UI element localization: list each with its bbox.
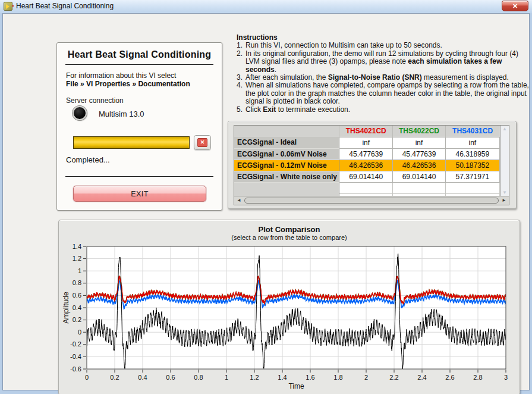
close-button[interactable]: ✕ [502,1,528,11]
vertical-scrollbar[interactable]: ▲ ▼ [500,126,509,196]
instruction-item: 3.After each simulation, the Signal-to-N… [237,74,531,82]
window-title: Heart Beat Signal Conditioning [16,0,114,12]
snr-value-cell[interactable]: 46.426536 [339,160,393,171]
titlebar[interactable]: Heart Beat Signal Conditioning ✕ [0,0,532,13]
table-corner-cell [234,126,339,137]
labview-vi-icon [4,2,12,11]
svg-text:1.2: 1.2 [73,255,81,262]
horizontal-scrollbar-thumb[interactable] [244,198,499,204]
server-name: Multisim 13.0 [99,110,144,118]
svg-text:Amplitude: Amplitude [62,292,70,324]
scroll-up-icon[interactable]: ▲ [500,126,509,132]
svg-text:1: 1 [225,374,228,381]
column-header-ths4021cd[interactable]: THS4021CD [339,126,393,137]
snr-table-grid: THS4021CDTHS4022CDTHS4031CDECGSignal - I… [234,126,500,196]
snr-value-cell[interactable]: 50.187352 [445,160,499,171]
instruction-text: After each simulation, the Signal-to-Noi… [245,74,531,82]
divider [65,64,213,65]
svg-text:0.6: 0.6 [73,292,81,299]
svg-text:Time: Time [288,382,304,390]
instruction-number: 1. [237,42,245,49]
snr-value-cell[interactable]: inf [339,137,393,148]
snr-plot[interactable]: -0.6-0.4-0.200.20.40.60.811.21.400.20.40… [59,243,520,393]
instructions-list: 1.Run this VI, connection to Multisim ca… [237,42,531,114]
exit-button[interactable]: EXIT [73,186,206,202]
snr-value-cell[interactable]: 46.318959 [445,148,499,160]
progress-bar [73,136,190,149]
column-header-ths4031cd[interactable]: THS4031CD [445,126,499,137]
instruction-item: 4.When all simulations have completed, c… [237,82,531,105]
svg-text:1.6: 1.6 [306,374,314,381]
table-row[interactable]: ECGSignal - Idealinfinfinf [234,137,500,148]
snr-value-cell[interactable]: inf [445,137,499,148]
instruction-item: 5.Click Exit to terminate execution. [237,106,531,114]
progress-bar-fill [74,137,189,148]
plot-subtitle: (select a row from the table to compare) [59,234,520,241]
instruction-number: 5. [237,106,245,114]
svg-text:2.6: 2.6 [445,374,454,381]
horizontal-scrollbar[interactable]: ◄ ► [234,196,509,205]
server-connection-led [73,106,87,120]
status-text: Completed... [66,155,110,164]
abort-x-icon: ✕ [197,138,207,147]
svg-text:0.8: 0.8 [73,279,81,286]
scroll-right-icon[interactable]: ► [500,196,508,205]
svg-text:2.8: 2.8 [473,374,482,381]
table-row[interactable]: ECGSignal - 0.06mV Noise45.47763945.4776… [234,148,500,160]
row-label[interactable]: ECGSignal - 0.12mV Noise [234,160,339,171]
svg-text:1.4: 1.4 [73,243,81,250]
column-header-ths4022cd[interactable]: THS4022CD [393,126,445,137]
snr-value-cell[interactable]: 46.426536 [393,160,445,171]
svg-text:-0.4: -0.4 [70,353,81,360]
plot-title: Plot Comparison [59,225,520,234]
instruction-text: When all simulations have completed, com… [245,82,531,105]
svg-text:0: 0 [85,374,89,381]
snr-value-cell[interactable]: 69.014140 [393,171,445,182]
instruction-item: 1.Run this VI, connection to Multisim ca… [237,42,531,49]
instruction-number: 3. [237,74,245,82]
plot-panel: Plot Comparison (select a row from the t… [58,220,520,394]
instructions: Instructions 1.Run this VI, connection t… [237,34,531,114]
snr-value-cell[interactable]: inf [393,137,445,148]
instruction-text: In its original configuration, the demo … [245,50,531,74]
snr-table-element: THS4021CDTHS4022CDTHS4031CDECGSignal - I… [234,126,500,196]
snr-value-cell[interactable]: 45.477639 [339,148,393,160]
svg-text:1.4: 1.4 [278,374,287,381]
svg-text:-0.6: -0.6 [70,365,81,373]
server-connection-label: Server connection [66,96,124,105]
row-label[interactable]: ECGSignal - 0.06mV Noise [234,148,339,160]
svg-text:3: 3 [504,374,508,381]
instruction-text: Click Exit to terminate execution. [245,106,531,114]
table-row[interactable]: ECGSignal - 0.12mV Noise46.42653646.4265… [234,160,500,171]
svg-text:2.2: 2.2 [389,374,398,381]
instructions-heading: Instructions [237,34,531,42]
instruction-number: 2. [237,50,245,74]
svg-text:1.8: 1.8 [333,374,342,381]
svg-text:0.2: 0.2 [110,374,119,381]
abort-button[interactable]: ✕ [194,135,211,150]
front-panel: Heart Beat Signal Conditioning For infor… [2,13,530,390]
row-label[interactable]: ECGSignal - Ideal [234,137,339,148]
instruction-item: 2.In its original configuration, the dem… [237,50,531,74]
control-panel: Heart Beat Signal Conditioning For infor… [56,42,222,211]
snr-value-cell[interactable]: 69.014140 [339,171,393,182]
divider [65,176,213,177]
snr-table-panel: THS4021CDTHS4022CDTHS4031CDECGSignal - I… [228,121,517,209]
scroll-left-icon[interactable]: ◄ [235,196,243,205]
svg-text:0.2: 0.2 [73,316,81,323]
svg-text:-0.2: -0.2 [70,340,81,348]
table-row[interactable]: ECGSignal - White noise only69.01414069.… [234,171,500,182]
info-text: For information about this VI select [66,71,176,80]
instruction-text: Run this VI, connection to Multisim can … [245,42,531,49]
svg-text:1: 1 [78,267,81,274]
svg-text:0.4: 0.4 [138,374,147,381]
svg-text:0.4: 0.4 [73,304,81,311]
row-label[interactable]: ECGSignal - White noise only [234,171,339,182]
info-path-text: File » VI Properties » Documentation [66,80,190,88]
close-icon: ✕ [512,2,518,10]
snr-value-cell[interactable]: 45.477639 [393,148,445,160]
scroll-down-icon[interactable]: ▼ [500,190,509,195]
panel-title: Heart Beat Signal Conditioning [57,49,222,60]
instruction-number: 4. [237,82,245,105]
snr-value-cell[interactable]: 57.371971 [445,171,499,182]
